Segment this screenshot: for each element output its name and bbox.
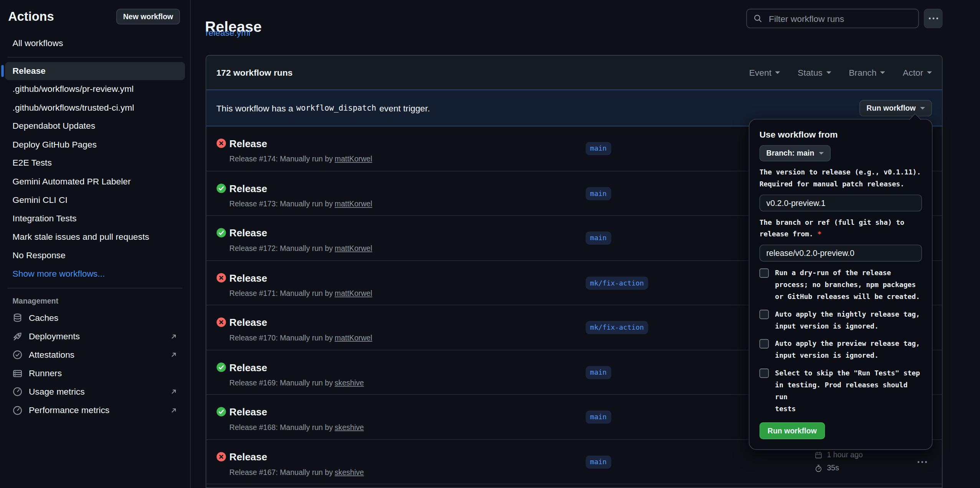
branch-badge[interactable]: main [586, 366, 611, 379]
banner-text: This workflow has a [216, 103, 293, 113]
filter-workflow-runs-input[interactable] [768, 13, 912, 24]
run-count-label: 172 workflow runs [216, 68, 293, 78]
sidebar-workflow-item[interactable]: .github/workflows/trusted-ci.yml [5, 98, 185, 117]
sidebar-workflow-item[interactable]: .github/workflows/pr-review.yml [5, 80, 185, 98]
sidebar-workflow-item[interactable]: Mark stale issues and pull requests [5, 228, 185, 246]
run-workflow-submit-button[interactable]: Run workflow [759, 422, 825, 439]
sidebar-header: Actions New workflow [8, 9, 180, 25]
ref-input-help: The branch or ref (full git sha) to rele… [759, 216, 922, 240]
filter-dropdown-event[interactable]: Event [749, 68, 780, 78]
filter-dropdown-status[interactable]: Status [798, 68, 831, 78]
run-title-link[interactable]: Release [230, 226, 268, 240]
checkbox[interactable] [759, 339, 768, 349]
version-input[interactable] [759, 194, 922, 211]
run-title-link[interactable]: Release [230, 182, 268, 196]
sidebar-workflow-item[interactable]: Dependabot Updates [5, 117, 185, 135]
selected-accent-bar [1, 65, 4, 77]
kebab-icon [917, 461, 927, 463]
branch-badge[interactable]: main [586, 455, 611, 468]
required-asterisk: * [817, 230, 821, 238]
run-metadata: 1 hour ago 35s [815, 448, 863, 475]
sidebar-workflow-item[interactable]: Gemini CLI CI [5, 191, 185, 209]
workflow-list: Release.github/workflows/pr-review.yml.g… [0, 61, 190, 264]
banner-code: workflow_dispatch [296, 103, 376, 113]
workflow-input-checkbox-row[interactable]: Auto apply the nightly release tag, inpu… [759, 309, 922, 332]
success-status-icon [216, 362, 226, 372]
branch-badge[interactable]: main [586, 142, 611, 155]
filter-dropdown-actor[interactable]: Actor [903, 68, 932, 78]
sidebar-divider [8, 287, 183, 288]
sidebar-item-all-workflows[interactable]: All workflows [5, 35, 185, 52]
success-status-icon [216, 407, 226, 417]
management-list: Caches Deployments Attestations Runners … [0, 309, 190, 420]
run-title-link[interactable]: Release [230, 316, 268, 330]
checkbox[interactable] [759, 269, 768, 278]
branch-badge[interactable]: main [586, 231, 611, 244]
kebab-icon [929, 18, 938, 20]
filter-dropdown-branch[interactable]: Branch [849, 68, 885, 78]
branch-select-button[interactable]: Branch: main [759, 145, 830, 161]
sidebar-management-item[interactable]: Usage metrics [0, 383, 190, 401]
sidebar-workflow-item[interactable]: No Response [5, 246, 185, 265]
failed-status-icon [216, 272, 226, 282]
workflow-input-checkbox-row[interactable]: Run a dry-run of the release process; no… [759, 267, 922, 303]
sidebar-management-item[interactable]: Performance metrics [0, 401, 190, 420]
actor-link[interactable]: skeshive [335, 378, 364, 387]
run-title-link[interactable]: Release [230, 271, 268, 285]
rocket-icon [13, 332, 23, 342]
workflow-options-button[interactable] [924, 9, 943, 28]
sidebar-workflow-item[interactable]: Release [5, 61, 185, 80]
show-more-workflows-link[interactable]: Show more workflows... [5, 265, 185, 283]
run-duration: 35s [827, 464, 839, 473]
actor-link[interactable]: skeshive [335, 468, 364, 476]
popup-checkbox-list: Run a dry-run of the release process; no… [759, 267, 922, 415]
branch-badge[interactable]: main [586, 187, 611, 200]
branch-badge[interactable]: main [586, 410, 611, 423]
checkbox[interactable] [759, 368, 768, 378]
external-link-icon [170, 333, 178, 340]
workflow-file-link[interactable]: release.yml [206, 28, 251, 38]
failed-status-icon [216, 138, 226, 148]
run-title-link[interactable]: Release [230, 450, 268, 464]
workflow-run-row-partial [206, 484, 942, 488]
actor-link[interactable]: mattKorwel [335, 199, 372, 208]
sidebar-management-item[interactable]: Runners [0, 364, 190, 383]
run-options-button[interactable] [912, 455, 931, 469]
checkbox[interactable] [759, 310, 768, 319]
external-link-icon [170, 388, 178, 396]
sidebar-workflow-item[interactable]: Deploy GitHub Pages [5, 136, 185, 154]
sidebar-management-item[interactable]: Attestations [0, 346, 190, 364]
sidebar-management-item[interactable]: Caches [0, 309, 190, 327]
branch-badge[interactable]: mk/fix-action [586, 321, 648, 334]
management-section-label: Management [13, 296, 178, 305]
run-workflow-dropdown-button[interactable]: Run workflow [859, 100, 932, 116]
sidebar-title: Actions [8, 9, 54, 23]
sidebar-workflow-item[interactable]: Gemini Automated PR Labeler [5, 173, 185, 191]
run-title-link[interactable]: Release [230, 137, 268, 151]
version-input-help: The version to release (e.g., v0.1.11). … [759, 166, 922, 190]
sidebar-workflow-item[interactable]: E2E Tests [5, 154, 185, 173]
actor-link[interactable]: skeshive [335, 423, 364, 432]
chevron-down-icon [775, 71, 780, 74]
actor-link[interactable]: mattKorwel [335, 154, 372, 163]
chevron-down-icon [920, 107, 925, 110]
sidebar-management-item[interactable]: Deployments [0, 327, 190, 346]
run-title-link[interactable]: Release [230, 361, 268, 375]
server-icon [13, 368, 23, 378]
workflow-input-checkbox-row[interactable]: Select to skip the "Run Tests" step in t… [759, 367, 922, 415]
banner-text: event trigger. [379, 103, 430, 113]
run-title-link[interactable]: Release [230, 405, 268, 419]
actor-link[interactable]: mattKorwel [335, 289, 372, 297]
workflow-input-checkbox-row[interactable]: Auto apply the preview release tag, inpu… [759, 338, 922, 362]
stopwatch-icon [815, 464, 823, 472]
new-workflow-button[interactable]: New workflow [116, 9, 180, 25]
calendar-icon [815, 451, 823, 459]
success-status-icon [216, 183, 226, 193]
sidebar-divider [8, 56, 183, 57]
chevron-down-icon [826, 71, 831, 74]
actor-link[interactable]: mattKorwel [335, 244, 372, 253]
sidebar-workflow-item[interactable]: Integration Tests [5, 209, 185, 228]
branch-badge[interactable]: mk/fix-action [586, 276, 648, 289]
ref-input[interactable] [759, 245, 922, 262]
actor-link[interactable]: mattKorwel [335, 334, 372, 342]
